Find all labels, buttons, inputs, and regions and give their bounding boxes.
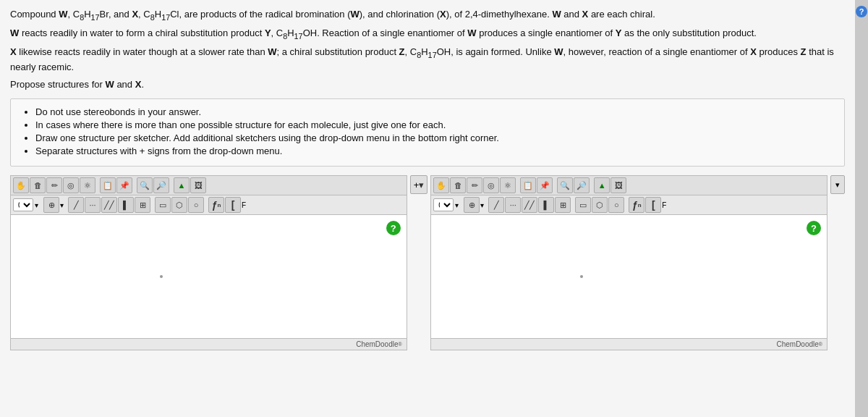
instruction-4: Separate structures with + signs from th… [35, 146, 833, 156]
s2-rect-btn[interactable]: ▭ [575, 197, 591, 213]
right-dropdown-wrapper: ▾ [827, 175, 845, 197]
zoom-out-btn[interactable]: 🔎 [153, 177, 169, 193]
dots-btn[interactable]: ··· [85, 197, 101, 213]
right-chevron: ▾ [835, 180, 840, 190]
problem-line3: X likewise reacts readily in water thoug… [10, 45, 845, 75]
plus-chevron: ▾ [419, 180, 424, 190]
s2-copy-btn[interactable]: 📋 [520, 177, 536, 193]
s2-img-btn[interactable]: 🖼 [610, 177, 626, 193]
plus-dropdown-wrapper: + ▾ [407, 175, 431, 197]
problem-line1: Compound W, C8H17Br, and X, C8H17Cl, are… [10, 7, 845, 23]
plus-dropdown-btn[interactable]: + ▾ [410, 175, 428, 194]
s2-green-arrow-btn[interactable]: ▲ [594, 177, 610, 193]
s2-dbl-bond-btn[interactable]: ╱╱ [522, 197, 537, 213]
sketcher1-footer: ChemDoodle® [11, 338, 407, 350]
plus-label: + [414, 180, 420, 190]
rect-btn[interactable]: ▭ [155, 197, 171, 213]
sketcher1-toolbar-row2: 0 1 ▾ ⊕ ▾ ╱ ··· ╱╱ ▌ ⊞ ▭ ⬡ ○ ƒn [ [11, 195, 407, 215]
sketcher-1: ✋ 🗑 ✏ ◎ ⚛ 📋 📌 🔍 🔎 ▲ 🖼 0 1 [10, 175, 407, 350]
sidebar: ? [855, 0, 868, 417]
s2-pencil-btn[interactable]: ✏ [467, 177, 482, 193]
s2-atom-btn[interactable]: ⚛ [500, 177, 516, 193]
copy-btn[interactable]: 📋 [100, 177, 116, 193]
problem-text: Compound W, C8H17Br, and X, C8H17Cl, are… [10, 7, 845, 91]
single-bond-btn[interactable]: ╱ [68, 197, 84, 213]
zoom-in-btn[interactable]: 🔍 [137, 177, 153, 193]
s2-hand-tool-btn[interactable]: ✋ [433, 177, 449, 193]
canvas2-help-btn[interactable]: ? [807, 221, 821, 235]
main-content: Compound W, C8H17Br, and X, C8H17Cl, are… [0, 0, 855, 417]
sketcher2-toolbar-row2: 0 1 ▾ ⊕ ▾ ╱ ··· ╱╱ ▌ ⊞ ▭ ⬡ ○ ƒn [ [431, 195, 827, 215]
circ-btn[interactable]: ○ [188, 197, 204, 213]
green-arrow-btn[interactable]: ▲ [174, 177, 190, 193]
hex-btn[interactable]: ⬡ [171, 197, 187, 213]
hash-btn[interactable]: ⊞ [135, 197, 150, 213]
canvas2-center-dot [580, 275, 583, 278]
s2-circ-btn[interactable]: ○ [608, 197, 624, 213]
canvas1-center-dot [160, 275, 163, 278]
instructions-list: Do not use stereobonds in your answer. I… [22, 106, 833, 156]
sketcher2-canvas[interactable]: ? [431, 215, 827, 338]
s2-paste-btn[interactable]: 📌 [537, 177, 553, 193]
chemdoodle1-label: ChemDoodle [356, 340, 398, 348]
ring-tool-btn[interactable]: ◎ [63, 177, 79, 193]
s2-hash-btn[interactable]: ⊞ [555, 197, 571, 213]
sketcher2-toolbar-row1: ✋ 🗑 ✏ ◎ ⚛ 📋 📌 🔍 🔎 ▲ 🖼 [431, 176, 827, 195]
atom-number-select[interactable]: 0 1 [13, 198, 33, 211]
pencil-btn[interactable]: ✏ [46, 177, 62, 193]
dbl-bond-btn[interactable]: ╱╱ [101, 197, 117, 213]
img-btn[interactable]: 🖼 [190, 177, 206, 193]
s2-plus-charge-btn[interactable]: ⊕ [464, 197, 480, 213]
sketcher1-toolbar-row1: ✋ 🗑 ✏ ◎ ⚛ 📋 📌 🔍 🔎 ▲ 🖼 [11, 176, 407, 195]
plus-charge-btn[interactable]: ⊕ [43, 197, 59, 213]
s2-bold-bond-btn[interactable]: ▌ [538, 197, 554, 213]
instructions-box: Do not use stereobonds in your answer. I… [10, 98, 845, 167]
s2-bracket-btn[interactable]: [ [645, 197, 661, 213]
paste-btn[interactable]: 📌 [116, 177, 132, 193]
s2-fn-btn[interactable]: ƒn [629, 197, 644, 213]
right-dropdown-btn[interactable]: ▾ [830, 175, 845, 194]
eraser-btn[interactable]: 🗑 [30, 177, 46, 193]
s2-zoom-out-btn[interactable]: 🔎 [574, 177, 590, 193]
sketcher1-canvas[interactable]: ? [11, 215, 407, 338]
chemdoodle2-label: ChemDoodle [776, 340, 818, 348]
s2-hex-btn[interactable]: ⬡ [592, 197, 608, 213]
instruction-1: Do not use stereobonds in your answer. [35, 106, 833, 117]
atom-btn[interactable]: ⚛ [80, 177, 95, 193]
problem-line2: W reacts readily in water to form a chir… [10, 26, 845, 42]
s2-atom-number-select[interactable]: 0 1 [433, 198, 454, 211]
instruction-3: Draw one structure per sketcher. Add add… [35, 132, 833, 143]
sidebar-help-btn[interactable]: ? [856, 6, 867, 17]
fn-btn[interactable]: ƒn [208, 197, 224, 213]
sketchers-row: ✋ 🗑 ✏ ◎ ⚛ 📋 📌 🔍 🔎 ▲ 🖼 0 1 [10, 175, 845, 350]
bracket-btn[interactable]: [ [225, 197, 241, 213]
s2-dots-btn[interactable]: ··· [505, 197, 521, 213]
sketcher2-footer: ChemDoodle® [431, 338, 827, 350]
bold-bond-btn[interactable]: ▌ [118, 197, 134, 213]
s2-single-bond-btn[interactable]: ╱ [488, 197, 504, 213]
hand-tool-btn[interactable]: ✋ [13, 177, 29, 193]
problem-line4: Propose structures for W and X. [10, 77, 845, 92]
instruction-2: In cases where there is more than one po… [35, 119, 833, 130]
sketcher-2: ✋ 🗑 ✏ ◎ ⚛ 📋 📌 🔍 🔎 ▲ 🖼 0 1 [430, 175, 827, 350]
s2-ring-tool-btn[interactable]: ◎ [483, 177, 499, 193]
s2-eraser-btn[interactable]: 🗑 [450, 177, 466, 193]
canvas1-help-btn[interactable]: ? [386, 221, 401, 235]
s2-zoom-in-btn[interactable]: 🔍 [557, 177, 573, 193]
